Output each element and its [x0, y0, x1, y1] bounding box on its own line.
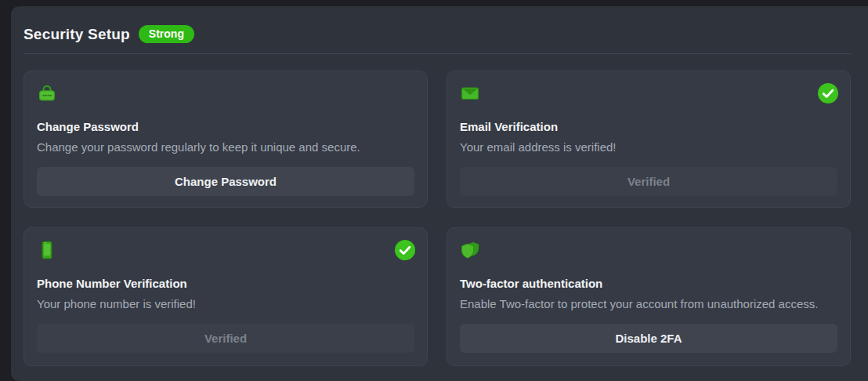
- phone-verified-button: Verified: [37, 324, 414, 353]
- security-cards-grid: Change Password Change your password reg…: [24, 71, 851, 366]
- card-change-password: Change Password Change your password reg…: [24, 71, 428, 208]
- card-email-verification: Email Verification Your email address is…: [447, 71, 851, 208]
- card-title: Email Verification: [460, 120, 837, 133]
- verified-check-icon: [818, 83, 838, 103]
- email-verified-button: Verified: [460, 167, 837, 196]
- security-setup-panel: Security Setup Strong Change Password Ch…: [11, 6, 868, 381]
- card-phone-verification: Phone Number Verification Your phone num…: [24, 227, 428, 366]
- smartphone-icon: [37, 240, 57, 260]
- card-two-factor: Two-factor authentication Enable Two-fac…: [447, 227, 851, 366]
- page-title: Security Setup: [24, 26, 130, 43]
- shield-duo-icon: [460, 240, 480, 260]
- card-description: Enable Two-factor to protect your accoun…: [460, 297, 837, 310]
- card-title: Two-factor authentication: [460, 277, 837, 290]
- card-title: Change Password: [37, 120, 414, 133]
- card-description: Your email address is verified!: [460, 140, 837, 154]
- header-divider: [24, 53, 852, 54]
- panel-header: Security Setup Strong: [11, 6, 868, 43]
- envelope-icon: [460, 83, 480, 103]
- card-description: Change your password regularly to keep i…: [37, 140, 414, 154]
- card-title: Phone Number Verification: [37, 277, 414, 290]
- lock-icon: [37, 83, 57, 103]
- verified-check-icon: [395, 240, 415, 260]
- security-strength-badge: Strong: [139, 25, 194, 43]
- card-description: Your phone number is verified!: [37, 297, 414, 310]
- change-password-button[interactable]: Change Password: [37, 167, 414, 196]
- disable-2fa-button[interactable]: Disable 2FA: [460, 324, 837, 353]
